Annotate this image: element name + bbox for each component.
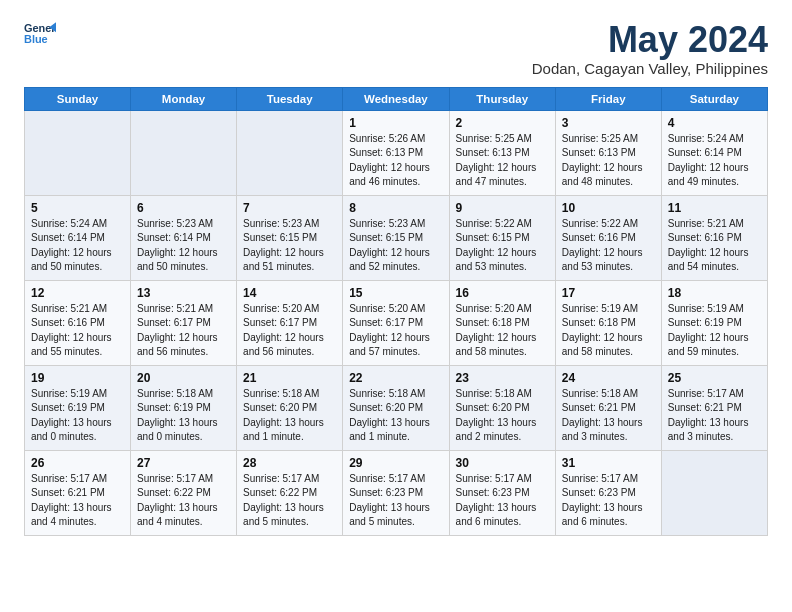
day-info: Sunrise: 5:17 AMSunset: 6:23 PMDaylight:… — [562, 472, 655, 530]
calendar-table: SundayMondayTuesdayWednesdayThursdayFrid… — [24, 87, 768, 536]
weekday-header-tuesday: Tuesday — [237, 87, 343, 110]
calendar-cell: 9Sunrise: 5:22 AMSunset: 6:15 PMDaylight… — [449, 195, 555, 280]
day-info: Sunrise: 5:20 AMSunset: 6:18 PMDaylight:… — [456, 302, 549, 360]
day-number: 14 — [243, 286, 336, 300]
day-info: Sunrise: 5:20 AMSunset: 6:17 PMDaylight:… — [243, 302, 336, 360]
day-number: 8 — [349, 201, 442, 215]
day-info: Sunrise: 5:17 AMSunset: 6:23 PMDaylight:… — [349, 472, 442, 530]
week-row-4: 19Sunrise: 5:19 AMSunset: 6:19 PMDayligh… — [25, 365, 768, 450]
day-info: Sunrise: 5:24 AMSunset: 6:14 PMDaylight:… — [31, 217, 124, 275]
calendar-cell: 27Sunrise: 5:17 AMSunset: 6:22 PMDayligh… — [131, 450, 237, 535]
day-info: Sunrise: 5:19 AMSunset: 6:19 PMDaylight:… — [31, 387, 124, 445]
calendar-cell — [25, 110, 131, 195]
day-number: 16 — [456, 286, 549, 300]
day-info: Sunrise: 5:22 AMSunset: 6:16 PMDaylight:… — [562, 217, 655, 275]
day-info: Sunrise: 5:25 AMSunset: 6:13 PMDaylight:… — [562, 132, 655, 190]
day-number: 19 — [31, 371, 124, 385]
week-row-2: 5Sunrise: 5:24 AMSunset: 6:14 PMDaylight… — [25, 195, 768, 280]
calendar-cell: 26Sunrise: 5:17 AMSunset: 6:21 PMDayligh… — [25, 450, 131, 535]
day-number: 30 — [456, 456, 549, 470]
title-area: May 2024 Dodan, Cagayan Valley, Philippi… — [532, 20, 768, 77]
day-info: Sunrise: 5:22 AMSunset: 6:15 PMDaylight:… — [456, 217, 549, 275]
day-number: 21 — [243, 371, 336, 385]
calendar-cell: 23Sunrise: 5:18 AMSunset: 6:20 PMDayligh… — [449, 365, 555, 450]
day-number: 28 — [243, 456, 336, 470]
day-number: 10 — [562, 201, 655, 215]
day-number: 9 — [456, 201, 549, 215]
calendar-subtitle: Dodan, Cagayan Valley, Philippines — [532, 60, 768, 77]
calendar-cell: 19Sunrise: 5:19 AMSunset: 6:19 PMDayligh… — [25, 365, 131, 450]
calendar-cell: 28Sunrise: 5:17 AMSunset: 6:22 PMDayligh… — [237, 450, 343, 535]
day-info: Sunrise: 5:20 AMSunset: 6:17 PMDaylight:… — [349, 302, 442, 360]
day-number: 20 — [137, 371, 230, 385]
day-info: Sunrise: 5:25 AMSunset: 6:13 PMDaylight:… — [456, 132, 549, 190]
calendar-cell: 15Sunrise: 5:20 AMSunset: 6:17 PMDayligh… — [343, 280, 449, 365]
logo-icon: General Blue — [24, 20, 56, 48]
calendar-cell: 30Sunrise: 5:17 AMSunset: 6:23 PMDayligh… — [449, 450, 555, 535]
week-row-3: 12Sunrise: 5:21 AMSunset: 6:16 PMDayligh… — [25, 280, 768, 365]
calendar-cell: 4Sunrise: 5:24 AMSunset: 6:14 PMDaylight… — [661, 110, 767, 195]
header: General Blue May 2024 Dodan, Cagayan Val… — [24, 20, 768, 77]
day-info: Sunrise: 5:18 AMSunset: 6:20 PMDaylight:… — [243, 387, 336, 445]
calendar-cell: 16Sunrise: 5:20 AMSunset: 6:18 PMDayligh… — [449, 280, 555, 365]
day-number: 2 — [456, 116, 549, 130]
day-info: Sunrise: 5:21 AMSunset: 6:17 PMDaylight:… — [137, 302, 230, 360]
weekday-header-thursday: Thursday — [449, 87, 555, 110]
day-info: Sunrise: 5:17 AMSunset: 6:22 PMDaylight:… — [243, 472, 336, 530]
day-number: 1 — [349, 116, 442, 130]
day-info: Sunrise: 5:24 AMSunset: 6:14 PMDaylight:… — [668, 132, 761, 190]
calendar-cell: 10Sunrise: 5:22 AMSunset: 6:16 PMDayligh… — [555, 195, 661, 280]
day-info: Sunrise: 5:23 AMSunset: 6:15 PMDaylight:… — [349, 217, 442, 275]
day-info: Sunrise: 5:18 AMSunset: 6:20 PMDaylight:… — [456, 387, 549, 445]
day-number: 24 — [562, 371, 655, 385]
day-number: 29 — [349, 456, 442, 470]
day-number: 26 — [31, 456, 124, 470]
day-info: Sunrise: 5:21 AMSunset: 6:16 PMDaylight:… — [668, 217, 761, 275]
calendar-cell: 17Sunrise: 5:19 AMSunset: 6:18 PMDayligh… — [555, 280, 661, 365]
week-row-1: 1Sunrise: 5:26 AMSunset: 6:13 PMDaylight… — [25, 110, 768, 195]
day-number: 22 — [349, 371, 442, 385]
weekday-header-wednesday: Wednesday — [343, 87, 449, 110]
calendar-cell: 21Sunrise: 5:18 AMSunset: 6:20 PMDayligh… — [237, 365, 343, 450]
calendar-cell: 11Sunrise: 5:21 AMSunset: 6:16 PMDayligh… — [661, 195, 767, 280]
calendar-cell: 20Sunrise: 5:18 AMSunset: 6:19 PMDayligh… — [131, 365, 237, 450]
week-row-5: 26Sunrise: 5:17 AMSunset: 6:21 PMDayligh… — [25, 450, 768, 535]
calendar-cell: 29Sunrise: 5:17 AMSunset: 6:23 PMDayligh… — [343, 450, 449, 535]
day-info: Sunrise: 5:17 AMSunset: 6:21 PMDaylight:… — [31, 472, 124, 530]
calendar-cell: 22Sunrise: 5:18 AMSunset: 6:20 PMDayligh… — [343, 365, 449, 450]
weekday-header-friday: Friday — [555, 87, 661, 110]
day-info: Sunrise: 5:18 AMSunset: 6:21 PMDaylight:… — [562, 387, 655, 445]
calendar-cell: 31Sunrise: 5:17 AMSunset: 6:23 PMDayligh… — [555, 450, 661, 535]
day-number: 25 — [668, 371, 761, 385]
day-number: 5 — [31, 201, 124, 215]
calendar-cell: 12Sunrise: 5:21 AMSunset: 6:16 PMDayligh… — [25, 280, 131, 365]
day-number: 23 — [456, 371, 549, 385]
day-info: Sunrise: 5:21 AMSunset: 6:16 PMDaylight:… — [31, 302, 124, 360]
calendar-cell: 14Sunrise: 5:20 AMSunset: 6:17 PMDayligh… — [237, 280, 343, 365]
day-info: Sunrise: 5:23 AMSunset: 6:15 PMDaylight:… — [243, 217, 336, 275]
calendar-cell: 18Sunrise: 5:19 AMSunset: 6:19 PMDayligh… — [661, 280, 767, 365]
day-number: 27 — [137, 456, 230, 470]
day-number: 6 — [137, 201, 230, 215]
day-number: 31 — [562, 456, 655, 470]
day-number: 3 — [562, 116, 655, 130]
day-number: 15 — [349, 286, 442, 300]
day-number: 13 — [137, 286, 230, 300]
day-info: Sunrise: 5:17 AMSunset: 6:21 PMDaylight:… — [668, 387, 761, 445]
calendar-cell: 24Sunrise: 5:18 AMSunset: 6:21 PMDayligh… — [555, 365, 661, 450]
calendar-cell: 3Sunrise: 5:25 AMSunset: 6:13 PMDaylight… — [555, 110, 661, 195]
svg-text:Blue: Blue — [24, 33, 48, 45]
calendar-cell — [237, 110, 343, 195]
day-info: Sunrise: 5:19 AMSunset: 6:19 PMDaylight:… — [668, 302, 761, 360]
calendar-cell: 5Sunrise: 5:24 AMSunset: 6:14 PMDaylight… — [25, 195, 131, 280]
day-info: Sunrise: 5:19 AMSunset: 6:18 PMDaylight:… — [562, 302, 655, 360]
weekday-header-sunday: Sunday — [25, 87, 131, 110]
logo: General Blue — [24, 20, 56, 48]
calendar-cell: 25Sunrise: 5:17 AMSunset: 6:21 PMDayligh… — [661, 365, 767, 450]
calendar-cell — [131, 110, 237, 195]
day-number: 7 — [243, 201, 336, 215]
calendar-cell: 8Sunrise: 5:23 AMSunset: 6:15 PMDaylight… — [343, 195, 449, 280]
weekday-header-saturday: Saturday — [661, 87, 767, 110]
day-info: Sunrise: 5:18 AMSunset: 6:19 PMDaylight:… — [137, 387, 230, 445]
calendar-cell: 1Sunrise: 5:26 AMSunset: 6:13 PMDaylight… — [343, 110, 449, 195]
